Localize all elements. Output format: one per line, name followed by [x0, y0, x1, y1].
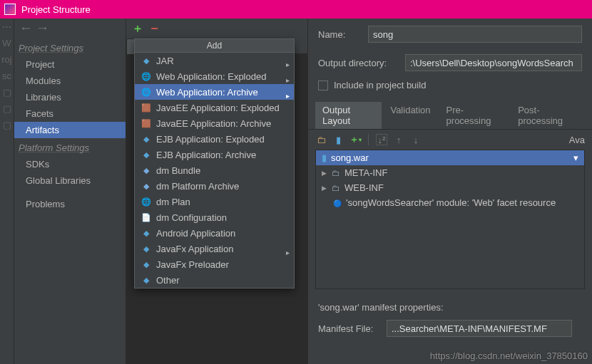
- menu-item-label: EJB Application: Archive: [156, 150, 256, 160]
- menu-item-label: JAR: [156, 56, 174, 66]
- sidebar-item-modules[interactable]: Modules: [14, 73, 126, 89]
- menu-item-label: JavaEE Application: Exploded: [156, 103, 280, 113]
- sidebar-item-libraries[interactable]: Libraries: [14, 89, 126, 105]
- add-menu-item-8[interactable]: dm Platform Archive: [135, 178, 294, 194]
- menu-item-label: dm Configuration: [156, 212, 227, 223]
- tab-validation[interactable]: Validation: [383, 102, 437, 129]
- include-build-checkbox[interactable]: [318, 80, 328, 90]
- tool-window-strip: ⋯Wrojsc▢▢▢: [0, 19, 14, 364]
- add-menu-item-4[interactable]: JavaEE Application: Archive: [135, 115, 294, 131]
- output-dir-input[interactable]: [405, 54, 582, 71]
- folder-icon: [332, 167, 340, 178]
- add-menu-item-14[interactable]: Other: [135, 272, 294, 288]
- add-menu-item-1[interactable]: Web Application: Exploded: [135, 68, 294, 84]
- tree-root-row[interactable]: song.war ▾: [316, 150, 584, 165]
- move-up-icon[interactable]: ↑: [393, 134, 404, 145]
- app-logo-icon: [4, 4, 16, 15]
- manifest-file-label: Manifest File:: [318, 323, 379, 334]
- diamond-icon: [141, 55, 152, 66]
- globe-icon: [141, 86, 152, 98]
- titlebar: Project Structure: [0, 0, 592, 19]
- tab-pre-processing[interactable]: Pre-processing: [439, 102, 510, 129]
- box-icon: [141, 102, 152, 113]
- tree-row-metainf[interactable]: ▶ META-INF: [316, 165, 584, 180]
- artifact-detail-panel: Name: Output directory: Include in proje…: [308, 19, 592, 364]
- output-layout-tree[interactable]: song.war ▾ ▶ META-INF ▶ WEB-INF 'songWor…: [315, 150, 585, 289]
- add-popup-header: Add: [135, 39, 294, 53]
- dm-icon: [141, 180, 152, 192]
- name-input[interactable]: [368, 26, 582, 43]
- settings-sidebar: ⭠ ⭢ Project Settings Project Modules Lib…: [14, 19, 126, 364]
- module-icon: [333, 197, 342, 208]
- nav-back-icon[interactable]: ⭠: [21, 24, 31, 34]
- war-icon: [322, 152, 327, 163]
- sidebar-item-global-libraries[interactable]: Global Libraries: [14, 172, 126, 189]
- include-build-label: Include in project build: [334, 80, 426, 90]
- output-dir-label: Output directory:: [318, 58, 398, 68]
- diamond-icon: [141, 227, 152, 239]
- diamond-icon: [141, 133, 152, 145]
- add-menu-item-11[interactable]: Android Application: [135, 225, 294, 241]
- add-menu-item-10[interactable]: dm Configuration: [135, 209, 294, 225]
- folder-icon: [332, 182, 340, 193]
- menu-item-label: JavaFx Preloader: [156, 259, 229, 270]
- tree-root-label: song.war: [331, 152, 369, 163]
- add-menu-item-0[interactable]: JAR: [135, 53, 294, 68]
- sidebar-item-facets[interactable]: Facets: [14, 105, 126, 122]
- add-menu-item-7[interactable]: dm Bundle: [135, 162, 294, 178]
- manifest-file-input[interactable]: [387, 320, 572, 337]
- sidebar-item-project[interactable]: Project: [14, 56, 126, 73]
- sidebar-item-sdks[interactable]: SDKs: [14, 156, 126, 172]
- new-archive-icon[interactable]: ▮: [332, 134, 344, 145]
- diamond-icon: [141, 274, 152, 286]
- globe-icon: [141, 196, 152, 207]
- artifact-tabs: Output Layout Validation Pre-processing …: [308, 95, 592, 129]
- globe-icon: [141, 71, 152, 82]
- menu-item-label: Other: [156, 275, 180, 286]
- cfg-icon: [141, 212, 152, 223]
- sidebar-item-problems[interactable]: Problems: [14, 196, 126, 212]
- tree-row-webinf[interactable]: ▶ WEB-INF: [316, 180, 584, 195]
- menu-item-label: EJB Application: Exploded: [156, 134, 265, 145]
- add-menu-item-5[interactable]: EJB Application: Exploded: [135, 131, 294, 147]
- window-title: Project Structure: [21, 4, 91, 15]
- section-platform-settings: Platform Settings: [14, 138, 126, 156]
- diamond-icon: [141, 243, 152, 254]
- section-project-settings: Project Settings: [14, 38, 126, 56]
- menu-item-label: dm Platform Archive: [156, 181, 239, 192]
- name-label: Name:: [318, 29, 361, 40]
- move-down-icon[interactable]: ↓: [410, 134, 422, 145]
- add-menu-item-12[interactable]: JavaFx Application: [135, 241, 294, 256]
- available-label: Ava: [569, 135, 585, 145]
- menu-item-label: JavaFx Application: [156, 244, 233, 254]
- manifest-properties-header: 'song.war' manifest properties:: [318, 302, 582, 313]
- dm-icon: [141, 165, 152, 176]
- sort-icon[interactable]: ↓²: [376, 134, 387, 145]
- tree-row-module[interactable]: 'songWordsSearcher' module: 'Web' facet …: [316, 195, 584, 210]
- diamond-icon: [141, 259, 152, 270]
- add-copy-icon[interactable]: ＋▾: [349, 134, 361, 145]
- menu-item-label: JavaEE Application: Archive: [156, 118, 271, 129]
- menu-item-label: dm Plan: [156, 197, 190, 207]
- tab-output-layout[interactable]: Output Layout: [315, 102, 382, 129]
- chevron-down-icon[interactable]: ▾: [573, 152, 578, 163]
- sidebar-item-artifacts[interactable]: Artifacts: [14, 122, 126, 138]
- add-artifact-button[interactable]: ＋: [132, 21, 143, 36]
- add-menu-item-6[interactable]: EJB Application: Archive: [135, 147, 294, 162]
- add-menu-item-3[interactable]: JavaEE Application: Exploded: [135, 100, 294, 115]
- tab-post-processing[interactable]: Post-processing: [511, 102, 585, 129]
- menu-item-label: dm Bundle: [156, 165, 200, 176]
- new-folder-icon[interactable]: 🗀: [315, 134, 327, 145]
- nav-forward-icon[interactable]: ⭢: [38, 24, 47, 34]
- menu-item-label: Web Application: Archive: [156, 87, 258, 98]
- remove-artifact-button[interactable]: −: [150, 21, 158, 36]
- add-artifact-popup: Add JARWeb Application: ExplodedWeb Appl…: [134, 38, 295, 288]
- box-icon: [141, 118, 152, 129]
- add-menu-item-2[interactable]: Web Application: Archive: [135, 84, 294, 100]
- diamond-icon: [141, 149, 152, 160]
- add-menu-item-9[interactable]: dm Plan: [135, 194, 294, 209]
- output-layout-toolbar: 🗀 ▮ ＋▾ ↓² ↑ ↓ Ava: [308, 129, 592, 150]
- menu-item-label: Web Application: Exploded: [156, 71, 266, 82]
- menu-item-label: Android Application: [156, 228, 235, 239]
- add-menu-item-13[interactable]: JavaFx Preloader: [135, 256, 294, 272]
